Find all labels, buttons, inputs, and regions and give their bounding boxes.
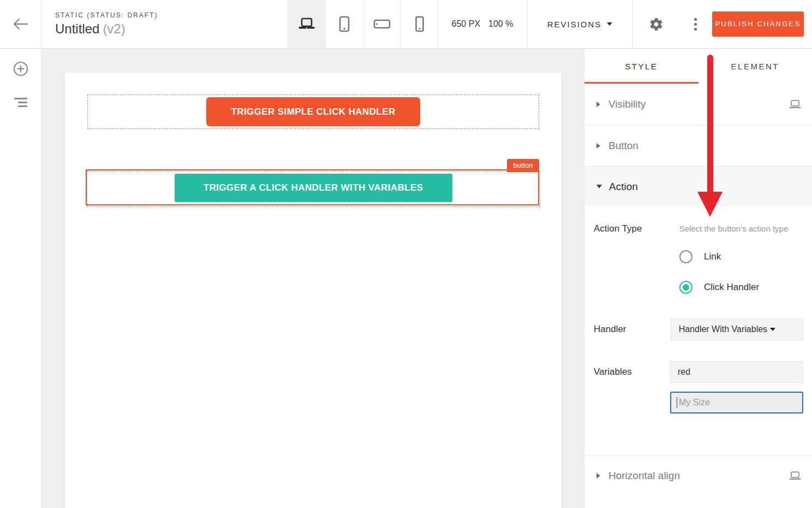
settings-button[interactable] [633, 0, 679, 48]
chevron-down-icon [596, 185, 602, 188]
canvas-size-indicator: 650 PX 100 % [438, 0, 527, 48]
variable-input-my-size[interactable] [670, 392, 803, 414]
canvas-button-simple[interactable]: TRIGGER SIMPLE CLICK HANDLER [206, 97, 420, 126]
section-horizontal-align[interactable]: Horizontal align [584, 455, 812, 496]
page-title-text: Untitled [55, 21, 99, 36]
caret-down-icon [607, 22, 612, 26]
arrow-left-icon [12, 17, 29, 31]
canvas-width-value: 650 PX [452, 19, 480, 29]
radio-option-link[interactable]: Link [679, 250, 803, 263]
radio-unselected-icon[interactable] [679, 250, 692, 263]
section-visibility-label: Visibility [608, 98, 789, 110]
action-type-radios: Link Click Handler [671, 250, 803, 294]
revisions-dropdown[interactable]: REVISIONS [527, 0, 633, 48]
publish-area: PUBLISH CHANGES [712, 0, 812, 48]
radio-option-click-handler[interactable]: Click Handler [679, 281, 803, 294]
publish-changes-button[interactable]: PUBLISH CHANGES [712, 11, 804, 37]
handler-select[interactable]: Handler With Variables [671, 318, 803, 340]
button-container-simple[interactable]: TRIGGER SIMPLE CLICK HANDLER [87, 94, 539, 129]
variables-row: Variables [594, 361, 803, 383]
responsive-laptop-icon[interactable] [789, 100, 801, 109]
status-label: STATIC (STATUS: DRAFT) [55, 11, 288, 19]
canvas-area: TRIGGER SIMPLE CLICK HANDLER button TRIG… [41, 49, 584, 508]
radio-selected-icon[interactable] [679, 281, 692, 294]
handler-select-value: Handler With Variables [679, 324, 767, 334]
left-toolbar [0, 49, 41, 508]
handler-row: Handler Handler With Variables [594, 318, 803, 340]
more-options-button[interactable] [679, 0, 712, 48]
device-mobile-portrait-button[interactable] [401, 0, 438, 48]
device-tablet-button[interactable] [325, 0, 363, 48]
section-visibility[interactable]: Visibility [584, 84, 812, 126]
action-section-body: Action Type Select the button's action t… [584, 223, 812, 414]
page-version: (v2) [103, 21, 125, 36]
variable-size-row [594, 392, 803, 414]
device-mobile-landscape-button[interactable] [363, 0, 401, 48]
section-horizontal-align-label: Horizontal align [608, 470, 789, 482]
action-type-row: Action Type Select the button's action t… [594, 223, 803, 235]
action-type-help: Select the button's action type [671, 223, 803, 235]
tab-element[interactable]: ELEMENT [698, 49, 812, 84]
action-type-label: Action Type [594, 223, 671, 235]
plus-circle-icon [13, 61, 28, 76]
revisions-label: REVISIONS [547, 20, 602, 29]
caret-down-icon [770, 328, 775, 331]
inspector-panel: STYLE ELEMENT Visibility Button Action A… [584, 49, 812, 508]
layers-button[interactable] [14, 98, 27, 107]
variables-label: Variables [594, 361, 670, 383]
chevron-right-icon [596, 143, 600, 149]
radio-link-label: Link [704, 251, 721, 262]
gear-icon [649, 17, 664, 32]
page-title: Untitled(v2) [55, 21, 288, 37]
add-element-button[interactable] [13, 61, 28, 76]
back-button[interactable] [0, 0, 41, 48]
responsive-laptop-icon[interactable] [789, 471, 801, 480]
section-button-label: Button [608, 140, 801, 152]
radio-click-handler-label: Click Handler [704, 282, 759, 293]
section-action-label: Action [609, 181, 638, 193]
canvas-page: TRIGGER SIMPLE CLICK HANDLER button TRIG… [65, 73, 562, 508]
indent-list-icon [14, 98, 27, 107]
canvas-zoom-value: 100 % [488, 19, 513, 29]
button-container-selected[interactable]: button TRIGGER A CLICK HANDLER WITH VARI… [87, 171, 540, 207]
section-button[interactable]: Button [584, 126, 812, 167]
chevron-right-icon [596, 473, 600, 479]
inspector-tabs: STYLE ELEMENT [584, 49, 812, 84]
page-title-block: STATIC (STATUS: DRAFT) Untitled(v2) [41, 0, 288, 48]
tablet-icon [338, 16, 351, 32]
phone-landscape-icon [373, 19, 391, 29]
app-root: STATIC (STATUS: DRAFT) Untitled(v2) [0, 0, 812, 508]
phone-portrait-icon [415, 16, 425, 32]
kebab-dots-icon [694, 18, 697, 31]
canvas-button-variables[interactable]: TRIGGER A CLICK HANDLER WITH VARIABLES [175, 174, 452, 202]
variable-input-red[interactable] [670, 361, 803, 383]
section-action[interactable]: Action [584, 167, 812, 206]
tab-style[interactable]: STYLE [584, 49, 698, 84]
top-bar: STATIC (STATUS: DRAFT) Untitled(v2) [0, 0, 812, 49]
chevron-right-icon [596, 102, 600, 107]
device-desktop-button[interactable] [288, 0, 325, 48]
selection-tag: button [507, 159, 539, 172]
handler-label: Handler [594, 318, 671, 340]
text-cursor [677, 397, 677, 408]
laptop-icon [298, 17, 315, 31]
